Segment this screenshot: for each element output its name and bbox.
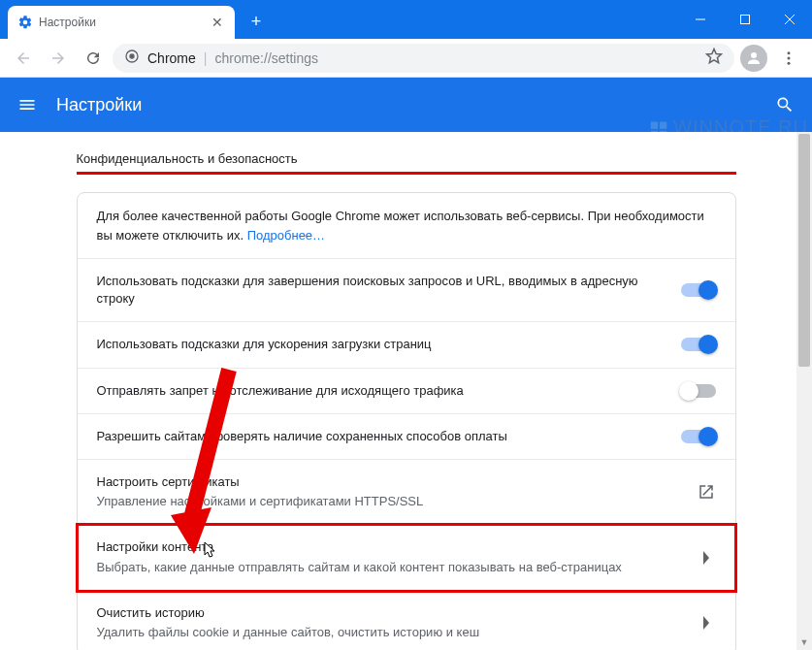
svg-point-6 bbox=[788, 51, 791, 54]
toggle[interactable] bbox=[681, 384, 716, 398]
forward-button[interactable] bbox=[43, 43, 74, 74]
row-title: Настроить сертификаты bbox=[97, 473, 681, 491]
row-title: Использовать подсказки для завершения по… bbox=[97, 273, 666, 308]
minimize-button[interactable] bbox=[678, 0, 723, 39]
toolbar: Chrome | chrome://settings bbox=[0, 39, 812, 78]
external-link-icon bbox=[697, 482, 716, 502]
chevron-right-icon bbox=[697, 548, 716, 568]
close-icon[interactable]: ✕ bbox=[210, 15, 225, 30]
settings-card: Для более качественной работы Google Chr… bbox=[77, 192, 736, 650]
address-bar[interactable]: Chrome | chrome://settings bbox=[113, 44, 734, 73]
setting-row-preload[interactable]: Использовать подсказки для ускорения заг… bbox=[78, 322, 735, 368]
svg-rect-9 bbox=[651, 121, 658, 128]
scrollbar-thumb[interactable] bbox=[798, 134, 810, 367]
url-path: chrome://settings bbox=[214, 50, 318, 66]
settings-header: Настройки WINNOTE.RU bbox=[0, 78, 812, 132]
new-tab-button[interactable]: + bbox=[243, 8, 270, 35]
row-title: Очистить историю bbox=[97, 604, 681, 622]
row-subtitle: Управление настройками и сертификатами H… bbox=[97, 493, 681, 510]
page-title: Настройки bbox=[56, 95, 142, 115]
toggle[interactable] bbox=[681, 338, 716, 351]
profile-button[interactable] bbox=[738, 43, 769, 74]
svg-rect-10 bbox=[660, 121, 666, 128]
row-title: Использовать подсказки для ускорения заг… bbox=[97, 336, 666, 353]
site-icon bbox=[124, 49, 140, 67]
scrollbar[interactable]: ▲ ▼ bbox=[796, 132, 812, 650]
url-host: Chrome bbox=[147, 50, 196, 66]
intro-text: Для более качественной работы Google Chr… bbox=[97, 209, 704, 243]
window-controls bbox=[678, 0, 812, 39]
setting-row-certificates[interactable]: Настроить сертификаты Управление настрой… bbox=[78, 460, 735, 525]
chevron-right-icon bbox=[697, 613, 716, 633]
svg-point-7 bbox=[788, 56, 791, 59]
window-titlebar: Настройки ✕ + bbox=[0, 0, 812, 39]
row-title: Настройки контента bbox=[97, 538, 681, 556]
row-title: Разрешить сайтам проверять наличие сохра… bbox=[97, 428, 666, 445]
content-area: ▲ ▼ Конфиденциальность и безопасность Дл… bbox=[0, 132, 812, 650]
window-close-button[interactable] bbox=[767, 0, 812, 39]
section-title: Конфиденциальность и безопасность bbox=[77, 144, 736, 175]
setting-row-clear-history[interactable]: Очистить историю Удалить файлы cookie и … bbox=[78, 591, 735, 650]
bookmark-icon[interactable] bbox=[705, 48, 723, 68]
menu-button[interactable] bbox=[773, 43, 804, 74]
intro-row: Для более качественной работы Google Chr… bbox=[78, 193, 735, 259]
gear-icon bbox=[17, 15, 33, 30]
tab-title: Настройки bbox=[39, 16, 96, 29]
setting-row-content-settings[interactable]: Настройки контента Выбрать, какие данные… bbox=[78, 525, 735, 590]
row-subtitle: Выбрать, какие данные отправлять сайтам … bbox=[97, 559, 681, 576]
setting-row-payment-check[interactable]: Разрешить сайтам проверять наличие сохра… bbox=[78, 414, 735, 460]
search-icon[interactable] bbox=[773, 93, 796, 116]
hamburger-icon[interactable] bbox=[16, 93, 39, 116]
row-subtitle: Удалить файлы cookie и данные сайтов, оч… bbox=[97, 624, 681, 641]
browser-tab[interactable]: Настройки ✕ bbox=[8, 6, 235, 39]
row-title: Отправлять запрет на отслеживание для ис… bbox=[97, 382, 666, 400]
svg-rect-1 bbox=[741, 16, 750, 24]
setting-row-do-not-track[interactable]: Отправлять запрет на отслеживание для ис… bbox=[78, 369, 735, 414]
toggle[interactable] bbox=[681, 430, 716, 443]
svg-point-5 bbox=[129, 53, 134, 58]
setting-row-autocomplete[interactable]: Использовать подсказки для завершения по… bbox=[78, 259, 735, 322]
toggle[interactable] bbox=[681, 283, 716, 297]
reload-button[interactable] bbox=[78, 43, 109, 74]
back-button[interactable] bbox=[8, 43, 39, 74]
learn-more-link[interactable]: Подробнее… bbox=[247, 228, 325, 243]
svg-point-8 bbox=[788, 61, 791, 64]
maximize-button[interactable] bbox=[723, 0, 767, 39]
